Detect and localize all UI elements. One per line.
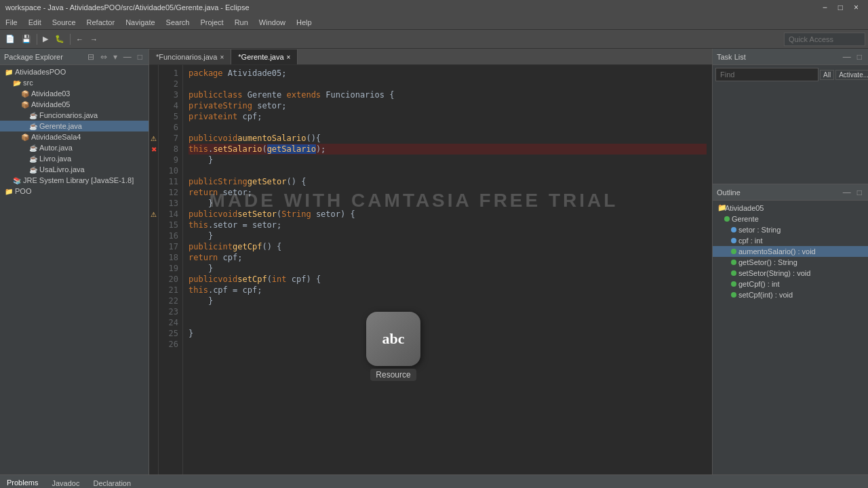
minimize-btn[interactable]: −	[818, 3, 831, 12]
editor-tab-bar: *Funcionarios.java×*Gerente.java×	[149, 49, 712, 65]
tab-gerente[interactable]: *Gerente.java×	[231, 49, 298, 64]
tab-close-tab-funcionarios[interactable]: ×	[220, 54, 224, 61]
menu-source[interactable]: Source	[47, 17, 81, 28]
line-num-7: 7	[163, 133, 178, 144]
tab-funcionarios[interactable]: *Funcionarios.java×	[149, 49, 231, 64]
back-btn[interactable]: ←	[73, 34, 86, 45]
code-editor[interactable]: package Atividade05; public class Gerent…	[183, 65, 712, 474]
tree-item-JRE[interactable]: 📚JRE System Library [JavaSE-1.8]	[0, 175, 149, 186]
quick-access-input[interactable]	[784, 33, 865, 46]
tree-item-src[interactable]: 📂src	[0, 77, 149, 88]
find-all-btn[interactable]: All	[820, 70, 834, 80]
panel-menu-btn[interactable]: ▾	[111, 52, 119, 62]
link-editor-btn[interactable]: ⇔	[98, 52, 109, 62]
tree-item-Autor-java[interactable]: ☕Autor.java	[0, 142, 149, 153]
tree-item-Gerente-java[interactable]: ☕Gerente.java	[0, 121, 149, 131]
gutter-line-13	[149, 198, 158, 209]
debug-btn[interactable]: 🐛	[52, 33, 67, 45]
line-num-5: 5	[163, 111, 178, 122]
tree-item-Livro-java[interactable]: ☕Livro.java	[0, 153, 149, 164]
line-num-3: 3	[163, 89, 178, 100]
tree-item-Atividade05[interactable]: 📦Atividade05	[0, 99, 149, 110]
menu-edit[interactable]: Edit	[23, 17, 47, 28]
code-line-21: this.cpf = cpf;	[189, 285, 707, 296]
maximize-panel-btn[interactable]: □	[136, 52, 144, 62]
menu-help[interactable]: Help	[291, 17, 317, 28]
quick-access-area	[784, 33, 865, 46]
code-line-15: this.setor = setor;	[189, 220, 707, 230]
run-btn[interactable]: ▶	[40, 33, 51, 45]
task-panel-controls: — □	[841, 52, 864, 62]
collapse-all-btn[interactable]: ⊟	[85, 52, 96, 62]
outline-panel-controls: — □	[841, 187, 864, 198]
menu-navigate[interactable]: Navigate	[120, 17, 160, 28]
minimize-panel-btn[interactable]: —	[121, 52, 134, 62]
toolbar-sep2	[70, 34, 71, 45]
line-num-14: 14	[163, 209, 178, 220]
menu-search[interactable]: Search	[161, 17, 195, 28]
menu-items: FileEditSourceRefactorNavigateSearchProj…	[0, 17, 317, 28]
editor-content: ⚠✖ ⚠ 12345678910111213141516171819202122…	[149, 65, 712, 474]
outline-maximize-btn[interactable]: □	[855, 187, 864, 198]
menu-refactor[interactable]: Refactor	[81, 17, 121, 28]
outline-item-Atividade05[interactable]: 📁Atividade05	[713, 202, 868, 214]
bottom-tab-declaration[interactable]: Declaration	[86, 477, 138, 489]
line-num-22: 22	[163, 296, 178, 306]
menu-project[interactable]: Project	[195, 17, 229, 28]
line-num-26: 26	[163, 339, 178, 350]
code-line-11: public String getSetor() {	[189, 176, 707, 187]
code-line-14: public void setSetor(String setor) {	[189, 209, 707, 220]
outline-item-aumentoSalario[interactable]: aumentoSalario() : void	[713, 246, 868, 257]
abc-icon-text: abc	[382, 330, 405, 348]
tree-item-UsaLivro-java[interactable]: ☕UsaLivro.java	[0, 164, 149, 175]
toolbar: 📄 💾 ▶ 🐛 ← →	[0, 30, 868, 49]
line-num-15: 15	[163, 220, 178, 230]
gutter-line-12	[149, 187, 158, 198]
bottom-tab-problems[interactable]: Problems	[0, 476, 45, 489]
tree-item-POO[interactable]: 📁POO	[0, 186, 149, 197]
task-maximize-btn[interactable]: □	[855, 52, 864, 62]
project-tree: 📁AtividadesPOO📂src📦Atividade03📦Atividade…	[0, 65, 149, 474]
package-explorer-header: Package Explorer ⊟ ⇔ ▾ — □	[0, 49, 149, 65]
outline-item-setCpf[interactable]: setCpf(int) : void	[713, 289, 868, 300]
outline-item-setSetor[interactable]: setSetor(String) : void	[713, 268, 868, 279]
outline-item-getCpf[interactable]: getCpf() : int	[713, 279, 868, 289]
find-bar: All Activate...	[713, 65, 868, 84]
save-btn[interactable]: 💾	[19, 33, 34, 45]
code-line-25: }	[189, 328, 707, 339]
outline-item-setor[interactable]: setor : String	[713, 224, 868, 235]
line-num-8: 8	[163, 144, 178, 155]
tree-item-Atividade03[interactable]: 📦Atividade03	[0, 88, 149, 99]
maximize-btn[interactable]: □	[834, 3, 847, 12]
line-num-24: 24	[163, 317, 178, 328]
task-list-title: Task List	[717, 53, 746, 61]
code-line-19: }	[189, 263, 707, 274]
bottom-tab-javadoc[interactable]: Javadoc	[45, 477, 86, 489]
activate-btn[interactable]: Activate...	[835, 70, 868, 80]
forward-btn[interactable]: →	[87, 34, 100, 45]
menu-run[interactable]: Run	[229, 17, 254, 28]
panel-controls: ⊟ ⇔ ▾ — □	[85, 52, 144, 62]
outline-item-cpf[interactable]: cpf : int	[713, 235, 868, 246]
find-input[interactable]	[715, 68, 818, 81]
menu-window[interactable]: Window	[254, 17, 291, 28]
tree-item-Funcionarios-java[interactable]: ☕Funcionarios.java	[0, 110, 149, 121]
task-list-panel: Task List — □ All Activate...	[713, 49, 868, 184]
menu-file[interactable]: File	[0, 17, 23, 28]
line-num-20: 20	[163, 274, 178, 285]
close-btn[interactable]: ×	[850, 3, 863, 12]
outline-item-getSetor[interactable]: getSetor() : String	[713, 257, 868, 268]
bottom-tab-bar: ProblemsJavadocDeclaration	[0, 475, 868, 488]
tree-item-AtividadeSala4[interactable]: 📦AtividadeSala4	[0, 131, 149, 142]
tab-close-tab-gerente[interactable]: ×	[287, 54, 291, 61]
outline-panel: Outline — □ 📁Atividade05Gerentesetor : S…	[713, 184, 868, 474]
line-num-11: 11	[163, 176, 178, 187]
task-minimize-btn[interactable]: —	[841, 52, 853, 62]
line-num-2: 2	[163, 79, 178, 89]
outline-minimize-btn[interactable]: —	[841, 187, 853, 198]
outline-item-Gerente[interactable]: Gerente	[713, 214, 868, 224]
menubar: FileEditSourceRefactorNavigateSearchProj…	[0, 15, 868, 30]
new-btn[interactable]: 📄	[3, 33, 18, 45]
code-line-12: return setor;	[189, 187, 707, 198]
tree-item-AtividadesPOO[interactable]: 📁AtividadesPOO	[0, 66, 149, 77]
